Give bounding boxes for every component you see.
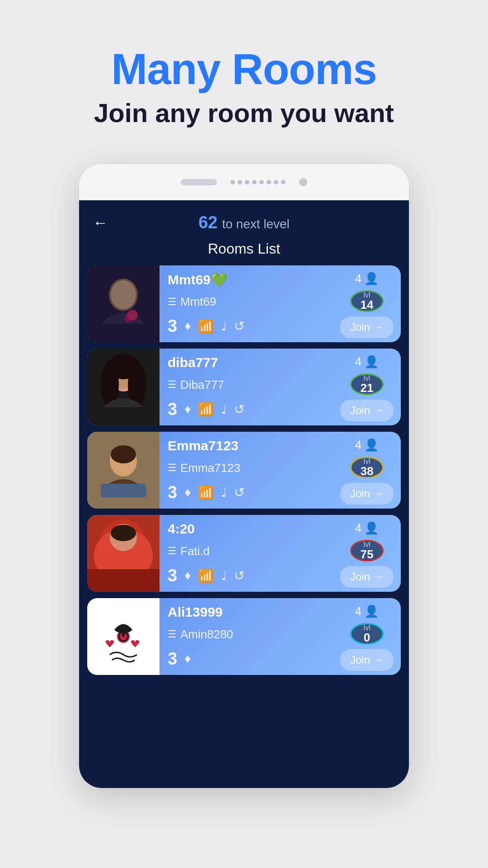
room-right-4: 4 👤 lvl 75 Join → [337,515,401,592]
join-button-4[interactable]: Join → [340,566,394,588]
room-name-row-5: Ali13999 [168,604,332,620]
badge-num-1: 14 [361,299,374,311]
join-button-3[interactable]: Join → [340,483,394,505]
join-arrow-5: → [374,654,384,666]
room-name-row-3: Emma7123 [168,438,332,453]
join-button-1[interactable]: Join → [340,316,394,338]
room-num-5: 3 [168,649,177,669]
join-label-1: Join [350,321,370,334]
host-icon-1: ☰ [168,296,177,308]
level-badge-4: lvl 75 [350,540,384,561]
app-topbar: ← 62 to next level [79,200,409,237]
members-count-3: 4 [355,438,361,452]
members-row-3: 4 👤 [355,438,379,452]
svg-rect-4 [87,324,160,342]
room-host-row-4: ☰ Fati.d [168,544,332,558]
join-label-3: Join [350,487,370,500]
room-icon-diamond-2: ♦ [184,402,191,416]
room-num-4: 3 [168,566,177,585]
room-right-1: 4 👤 lvl 14 Join → [337,265,401,342]
header-section: Many Rooms Join any room you want [94,0,394,128]
join-arrow-4: → [374,571,384,583]
dot-1 [230,180,235,184]
phone-frame: ← 62 to next level Rooms List [79,164,409,788]
room-host-row-3: ☰ Emma7123 [168,461,332,475]
room-icon-diamond-1: ♦ [184,319,191,333]
dot-6 [267,180,271,184]
room-host-2: Diba777 [180,378,224,392]
room-name-3: Emma7123 [168,438,239,453]
back-button[interactable]: ← [93,214,108,231]
room-host-row-5: ☰ Amin8280 [168,627,332,642]
room-num-3: 3 [168,483,177,502]
members-icon-5: 👤 [364,604,379,618]
room-num-1: 3 [168,316,177,336]
members-count-4: 4 [355,521,361,535]
room-name-row-1: Mmt69💚 [168,272,332,288]
app-content: ← 62 to next level Rooms List [79,200,409,788]
room-icon-history-2: ↺ [234,402,244,417]
members-count-5: 4 [355,604,361,618]
room-name-4: 4:20 [168,521,195,537]
join-arrow-1: → [374,321,384,333]
members-count-1: 4 [355,272,361,286]
room-icon-wifi-1: 📶 [198,319,214,334]
badge-num-5: 0 [364,632,370,643]
room-icons-row-3: 3 ♦ 📶 ♩ ↺ [168,483,332,502]
room-right-2: 4 👤 lvl 21 Join → [337,349,401,425]
members-row-5: 4 👤 [355,604,379,618]
host-icon-4: ☰ [168,545,177,557]
phone-dots-group [230,180,286,184]
level-badge-5: lvl 0 [350,623,384,645]
dot-5 [259,180,264,184]
phone-pill-indicator [181,179,217,185]
room-icon-wifi-3: 📶 [198,485,214,500]
dot-7 [274,180,278,184]
room-host-3: Emma7123 [180,461,240,475]
host-icon-3: ☰ [168,462,177,474]
page-background: Many Rooms Join any room you want ← [0,0,488,868]
level-badge-3: lvl 38 [350,457,384,478]
room-icon-diamond-3: ♦ [184,485,191,500]
members-row-2: 4 👤 [355,355,379,369]
room-icons-row-4: 3 ♦ 📶 ♩ ↺ [168,566,332,585]
join-label-4: Join [350,571,370,583]
rooms-list-title: Rooms List [79,237,409,265]
room-avatar-2 [87,349,160,425]
badge-num-2: 21 [361,382,374,394]
join-label-5: Join [350,654,370,666]
host-icon-5: ☰ [168,628,177,640]
level-info: 62 to next level [198,213,290,232]
room-card-1: Mmt69💚 ☰ Mmt69 3 ♦ 📶 ♩ ↺ [87,265,401,342]
join-button-2[interactable]: Join → [340,400,394,421]
room-host-1: Mmt69 [180,295,216,309]
svg-point-17 [111,445,136,463]
room-card-3: Emma7123 ☰ Emma7123 3 ♦ 📶 ♩ ↺ [87,432,401,509]
room-avatar-4 [87,515,160,592]
subtitle: Join any room you want [94,98,394,128]
room-name-row-4: 4:20 [168,521,332,537]
dot-2 [238,180,242,184]
room-icon-history-3: ↺ [234,485,244,500]
room-host-5: Amin8280 [180,627,233,642]
room-icon-diamond-5: ♦ [184,651,191,666]
svg-rect-14 [87,407,160,425]
svg-rect-30 [122,631,125,637]
room-info-5: Ali13999 ☰ Amin8280 3 ♦ [160,598,337,675]
room-name-2: diba777 [168,355,218,370]
members-row-4: 4 👤 [355,521,379,535]
svg-rect-20 [101,484,146,497]
room-card-5: Ali13999 ☰ Amin8280 3 ♦ 4 [87,598,401,675]
dot-8 [281,180,286,184]
badge-num-4: 75 [361,548,374,560]
room-icon-music-4: ♩ [221,568,227,583]
level-text: to next level [222,217,289,231]
room-avatar-5 [87,598,160,675]
avatar-svg-4 [87,515,160,592]
room-icons-row-2: 3 ♦ 📶 ♩ ↺ [168,400,332,419]
room-right-3: 4 👤 lvl 38 Join → [337,432,401,509]
join-button-5[interactable]: Join → [340,649,394,671]
room-icon-music-2: ♩ [221,402,227,417]
room-host-row-1: ☰ Mmt69 [168,295,332,309]
room-icon-history-1: ↺ [234,319,244,334]
